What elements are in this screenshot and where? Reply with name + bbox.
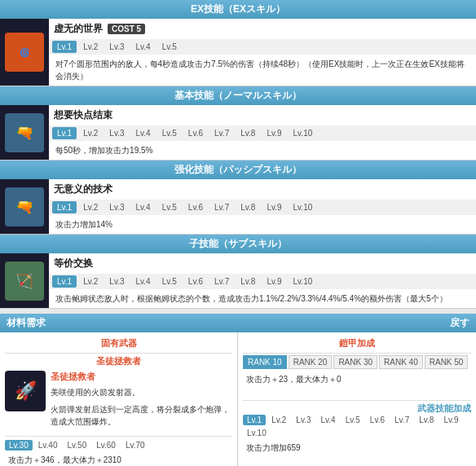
bonus-lv-10[interactable]: Lv.10 — [243, 428, 271, 438]
sub-skill-name-row: 等价交换 — [49, 253, 476, 274]
passive-level-2[interactable]: Lv.2 — [78, 201, 103, 213]
sub-level-3[interactable]: Lv.3 — [104, 275, 129, 288]
normal-level-7[interactable]: Lv.7 — [209, 127, 234, 139]
rank-40[interactable]: RANK 40 — [379, 355, 423, 369]
materials-header: 材料需求 戻す — [0, 314, 476, 332]
normal-skill-header: 基本技能（ノーマルスキル） — [0, 86, 476, 105]
sub-level-9[interactable]: Lv.9 — [262, 275, 286, 288]
normal-level-8[interactable]: Lv.8 — [236, 127, 260, 139]
normal-level-3[interactable]: Lv.3 — [104, 127, 129, 139]
materials-body: 固有武器 圣徒拯救者 🚀 圣徒拯救者 美咲使用的火箭发射器。 火箭弹发射后达到一… — [0, 332, 476, 466]
passive-skill-row: 🔫 无意义的技术 Lv.1 Lv.2 Lv.3 Lv.4 Lv.5 Lv.6 L… — [0, 179, 476, 235]
sub-level-4[interactable]: Lv.4 — [131, 275, 156, 288]
sub-skill-content: 等价交换 Lv.1 Lv.2 Lv.3 Lv.4 Lv.5 Lv.6 Lv.7 … — [49, 253, 476, 308]
sub-level-5[interactable]: Lv.5 — [157, 275, 182, 288]
passive-skill-section: 强化技能（パッシブスキル） 🔫 无意义的技术 Lv.1 Lv.2 Lv.3 Lv… — [0, 160, 476, 235]
weapon-bonus-level10-row: Lv.10 — [243, 428, 471, 438]
rank-30[interactable]: RANK 30 — [333, 355, 377, 369]
ex-skill-name: 虚无的世界 — [54, 22, 103, 36]
normal-level-6[interactable]: Lv.6 — [183, 127, 208, 139]
sub-level-1[interactable]: Lv.1 — [52, 275, 77, 288]
normal-level-9[interactable]: Lv.9 — [262, 127, 286, 139]
weapon-lv-50[interactable]: Lv.50 — [63, 440, 90, 451]
passive-level-9[interactable]: Lv.9 — [262, 201, 286, 213]
passive-level-8[interactable]: Lv.8 — [236, 201, 260, 213]
sub-level-8[interactable]: Lv.8 — [236, 275, 260, 288]
passive-skill-name-row: 无意义的技术 — [49, 179, 476, 200]
rank-10[interactable]: RANK 10 — [243, 355, 287, 369]
bonus-lv-3[interactable]: Lv.3 — [292, 415, 315, 425]
sub-level-6[interactable]: Lv.6 — [183, 275, 208, 288]
ex-skill-desc: 对7个圆形范围内的敌人，每4秒造成攻击力7.5%的伤害（持续48秒）（使用EX技… — [49, 55, 476, 86]
weapon-label: 固有武器 — [5, 337, 232, 350]
bonus-lv-1[interactable]: Lv.1 — [243, 415, 266, 425]
passive-skill-content: 无意义的技术 Lv.1 Lv.2 Lv.3 Lv.4 Lv.5 Lv.6 Lv.… — [49, 179, 476, 234]
weapon-lv-70[interactable]: Lv.70 — [121, 440, 149, 451]
passive-level-7[interactable]: Lv.7 — [209, 201, 234, 213]
weapon-lv-60[interactable]: Lv.60 — [92, 440, 120, 451]
passive-skill-header: 强化技能（パッシブスキル） — [0, 160, 476, 179]
weapon-lv-30[interactable]: Lv.30 — [5, 440, 33, 451]
bonus-lv-9[interactable]: Lv.9 — [439, 415, 462, 425]
passive-skill-desc: 攻击力增加14% — [49, 215, 476, 234]
bonus-lv-6[interactable]: Lv.6 — [366, 415, 389, 425]
normal-skill-section: 基本技能（ノーマルスキル） 🔫 想要快点结束 Lv.1 Lv.2 Lv.3 Lv… — [0, 86, 476, 160]
sub-skill-section: 子技能（サブスキル） 🏹 等价交换 Lv.1 Lv.2 Lv.3 Lv.4 Lv… — [0, 235, 476, 309]
normal-skill-level-tabs: Lv.1 Lv.2 Lv.3 Lv.4 Lv.5 Lv.6 Lv.7 Lv.8 … — [49, 125, 476, 141]
passive-level-6[interactable]: Lv.6 — [183, 201, 208, 213]
passive-level-1[interactable]: Lv.1 — [52, 201, 77, 213]
rank-20[interactable]: RANK 20 — [289, 355, 333, 369]
bonus-lv-4[interactable]: Lv.4 — [317, 415, 340, 425]
materials-section: 材料需求 戻す 固有武器 圣徒拯救者 🚀 圣徒拯救者 美咲使用的火箭发射器。 火… — [0, 314, 476, 466]
ex-level-1[interactable]: Lv.1 — [52, 41, 77, 53]
weapon-desc-line1: 美咲使用的火箭发射器。 — [51, 386, 232, 398]
rank-bonus-text: 攻击力＋23，最大体力＋0 — [243, 372, 471, 387]
passive-skill-icon: 🔫 — [0, 179, 49, 234]
passive-level-5[interactable]: Lv.5 — [157, 201, 182, 213]
sub-skill-row: 🏹 等价交换 Lv.1 Lv.2 Lv.3 Lv.4 Lv.5 Lv.6 Lv.… — [0, 253, 476, 309]
ex-skill-section: EX技能（EXスキル） 🌀 虚无的世界 COST 5 Lv.1 Lv.2 Lv.… — [0, 0, 476, 86]
passive-level-4[interactable]: Lv.4 — [131, 201, 156, 213]
materials-back-label[interactable]: 戻す — [450, 316, 469, 330]
weapon-desc-line2: 火箭弹发射后达到一定高度，将分裂成多个炮弹，造成大范围爆炸。 — [51, 403, 232, 428]
sub-skill-name: 等价交换 — [54, 257, 93, 270]
normal-level-10[interactable]: Lv.10 — [289, 127, 318, 139]
sub-skill-icon-img: 🏹 — [5, 262, 44, 301]
ex-skill-header: EX技能（EXスキル） — [0, 0, 476, 19]
normal-level-1[interactable]: Lv.1 — [52, 127, 77, 139]
materials-title: 材料需求 — [7, 316, 46, 330]
normal-skill-row: 🔫 想要快点结束 Lv.1 Lv.2 Lv.3 Lv.4 Lv.5 Lv.6 L… — [0, 105, 476, 160]
normal-skill-icon: 🔫 — [0, 105, 49, 160]
sub-level-7[interactable]: Lv.7 — [209, 275, 234, 288]
bonus-lv-8[interactable]: Lv.8 — [415, 415, 438, 425]
ex-level-5[interactable]: Lv.5 — [157, 41, 182, 53]
ex-level-4[interactable]: Lv.4 — [131, 41, 156, 53]
ex-skill-content: 虚无的世界 COST 5 Lv.1 Lv.2 Lv.3 Lv.4 Lv.5 对7… — [49, 19, 476, 86]
ex-level-2[interactable]: Lv.2 — [78, 41, 103, 53]
sub-skill-header: 子技能（サブスキル） — [0, 235, 476, 253]
bonus-lv-5[interactable]: Lv.5 — [342, 415, 364, 425]
passive-level-3[interactable]: Lv.3 — [104, 201, 129, 213]
weapon-lv-40[interactable]: Lv.40 — [34, 440, 62, 451]
bonus-lv-7[interactable]: Lv.7 — [390, 415, 413, 425]
weapon-bonus-header: 武器技能加成 — [417, 403, 471, 413]
bonus-lv-2[interactable]: Lv.2 — [267, 415, 290, 425]
normal-level-5[interactable]: Lv.5 — [157, 127, 182, 139]
normal-skill-content: 想要快点结束 Lv.1 Lv.2 Lv.3 Lv.4 Lv.5 Lv.6 Lv.… — [49, 105, 476, 160]
ex-skill-icon: 🌀 — [0, 19, 49, 86]
normal-level-2[interactable]: Lv.2 — [78, 127, 103, 139]
weapon-section: 固有武器 圣徒拯救者 🚀 圣徒拯救者 美咲使用的火箭发射器。 火箭弹发射后达到一… — [0, 332, 238, 466]
ex-skill-icon-img: 🌀 — [5, 33, 44, 72]
ex-skill-cost: COST 5 — [108, 24, 145, 34]
normal-skill-desc: 每50秒，增加攻击力19.5% — [49, 141, 476, 160]
weapon-name-main: 圣徒拯救者 — [51, 371, 232, 383]
normal-level-4[interactable]: Lv.4 — [131, 127, 156, 139]
ex-skill-name-row: 虚无的世界 COST 5 — [49, 19, 476, 39]
ex-level-3[interactable]: Lv.3 — [104, 41, 129, 53]
rank-50[interactable]: RANK 50 — [425, 355, 469, 369]
passive-skill-icon-img: 🔫 — [5, 187, 44, 226]
sub-level-10[interactable]: Lv.10 — [289, 275, 318, 288]
sub-level-2[interactable]: Lv.2 — [78, 275, 103, 288]
passive-level-10[interactable]: Lv.10 — [289, 201, 318, 213]
normal-skill-icon-img: 🔫 — [5, 113, 44, 152]
